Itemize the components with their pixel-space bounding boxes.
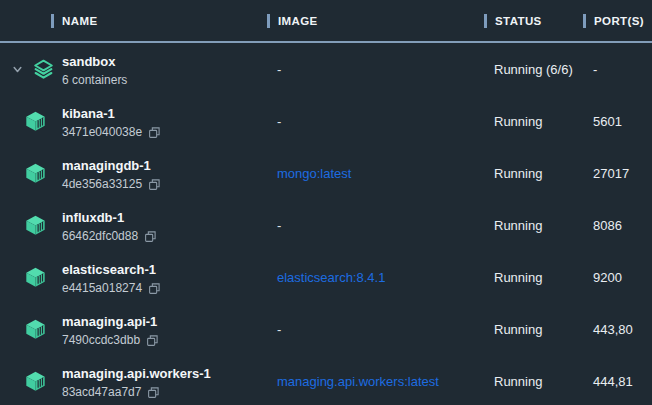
name-stack: managing.api.workers-1 83acd47aa7d7 xyxy=(62,363,211,400)
image-link[interactable]: elasticsearch:8.4.1 xyxy=(277,270,385,285)
container-subtext: e4415a018274 xyxy=(62,281,142,296)
image-link[interactable]: mongo:latest xyxy=(277,166,351,181)
copy-id-button[interactable] xyxy=(146,334,159,347)
column-header-label: PORT(S) xyxy=(594,15,644,27)
name-cell: managingdb-1 4de356a33125 xyxy=(0,147,267,199)
container-subtext: 6 containers xyxy=(62,73,127,88)
name-cell: influxdb-1 66462dfc0d88 xyxy=(0,199,267,251)
column-divider xyxy=(267,14,270,28)
status-text: Running xyxy=(484,166,583,181)
ports-text: 9200 xyxy=(583,270,652,285)
status-text: Running xyxy=(484,218,583,233)
image-cell: elasticsearch:8.4.1 xyxy=(267,270,484,285)
name-cell: managing.api-1 7490ccdc3dbb xyxy=(0,303,267,355)
name-stack: managingdb-1 4de356a33125 xyxy=(62,155,161,192)
name-stack: sandbox 6 containers xyxy=(62,51,127,88)
status-text: Running (6/6) xyxy=(484,62,583,77)
containers-table: NAME IMAGE STATUS PORT(S) xyxy=(0,0,652,405)
name-cell: elasticsearch-1 e4415a018274 xyxy=(0,251,267,303)
status-text: Running xyxy=(484,374,583,389)
copy-id-button[interactable] xyxy=(148,282,161,295)
image-cell: - xyxy=(267,114,484,129)
column-divider xyxy=(583,14,586,28)
container-box-icon xyxy=(25,267,46,288)
name-stack: managing.api-1 7490ccdc3dbb xyxy=(62,311,159,348)
container-name: managingdb-1 xyxy=(62,158,151,173)
ports-text: - xyxy=(583,62,652,77)
image-cell: managing.api.workers:latest xyxy=(267,374,484,389)
containers-table-body: sandbox 6 containers - Running (6/6) - xyxy=(0,43,652,405)
table-row[interactable]: managingdb-1 4de356a33125 mongo:latest R… xyxy=(0,147,652,199)
table-row[interactable]: elasticsearch-1 e4415a018274 elasticsear… xyxy=(0,251,652,303)
image-dash: - xyxy=(277,62,281,77)
image-link[interactable]: managing.api.workers:latest xyxy=(277,374,439,389)
container-subtext: 66462dfc0d88 xyxy=(62,229,138,244)
container-name: elasticsearch-1 xyxy=(62,262,156,277)
table-row[interactable]: kibana-1 3471e040038e - Running 5601 xyxy=(0,95,652,147)
ports-text: 443,80 xyxy=(583,322,652,337)
column-header-ports[interactable]: PORT(S) xyxy=(583,0,652,41)
copy-id-button[interactable] xyxy=(147,386,160,399)
ports-text: 8086 xyxy=(583,218,652,233)
table-row[interactable]: managing.api.workers-1 83acd47aa7d7 mana… xyxy=(0,355,652,405)
column-divider xyxy=(51,14,54,28)
containers-table-header: NAME IMAGE STATUS PORT(S) xyxy=(0,0,652,43)
table-row[interactable]: sandbox 6 containers - Running (6/6) - xyxy=(0,43,652,95)
ports-text: 5601 xyxy=(583,114,652,129)
container-box-icon xyxy=(25,111,46,132)
name-cell: managing.api.workers-1 83acd47aa7d7 xyxy=(0,355,267,405)
table-row[interactable]: managing.api-1 7490ccdc3dbb - Running 44… xyxy=(0,303,652,355)
image-cell: mongo:latest xyxy=(267,166,484,181)
column-header-status[interactable]: STATUS xyxy=(484,0,583,41)
status-text: Running xyxy=(484,322,583,337)
image-dash: - xyxy=(277,322,281,337)
image-cell: - xyxy=(267,322,484,337)
compose-stack-icon xyxy=(33,59,54,80)
image-dash: - xyxy=(277,218,281,233)
container-box-icon xyxy=(25,215,46,236)
column-header-image[interactable]: IMAGE xyxy=(267,0,484,41)
container-name: sandbox xyxy=(62,54,115,69)
name-stack: elasticsearch-1 e4415a018274 xyxy=(62,259,161,296)
image-cell: - xyxy=(267,218,484,233)
status-text: Running xyxy=(484,114,583,129)
image-dash: - xyxy=(277,114,281,129)
container-name: managing.api.workers-1 xyxy=(62,366,211,381)
copy-id-button[interactable] xyxy=(148,126,161,139)
container-box-icon xyxy=(25,371,46,392)
name-stack: kibana-1 3471e040038e xyxy=(62,103,161,140)
status-text: Running xyxy=(484,270,583,285)
copy-id-button[interactable] xyxy=(148,178,161,191)
chevron-down-icon[interactable] xyxy=(11,63,23,75)
table-row[interactable]: influxdb-1 66462dfc0d88 - Running 8086 xyxy=(0,199,652,251)
container-subtext: 4de356a33125 xyxy=(62,177,142,192)
ports-text: 444,81 xyxy=(583,374,652,389)
column-header-label: STATUS xyxy=(495,15,542,27)
container-subtext: 7490ccdc3dbb xyxy=(62,333,140,348)
name-stack: influxdb-1 66462dfc0d88 xyxy=(62,207,157,244)
ports-text: 27017 xyxy=(583,166,652,181)
container-name: influxdb-1 xyxy=(62,210,124,225)
image-cell: - xyxy=(267,62,484,77)
name-cell: sandbox 6 containers xyxy=(0,43,267,95)
container-box-icon xyxy=(25,319,46,340)
copy-id-button[interactable] xyxy=(144,230,157,243)
column-header-name[interactable]: NAME xyxy=(0,0,267,41)
container-box-icon xyxy=(25,163,46,184)
column-divider xyxy=(484,14,487,28)
column-header-label: IMAGE xyxy=(278,15,318,27)
container-subtext: 3471e040038e xyxy=(62,125,142,140)
container-name: kibana-1 xyxy=(62,106,115,121)
name-cell: kibana-1 3471e040038e xyxy=(0,95,267,147)
column-header-label: NAME xyxy=(62,15,97,27)
container-subtext: 83acd47aa7d7 xyxy=(62,385,141,400)
container-name: managing.api-1 xyxy=(62,314,157,329)
